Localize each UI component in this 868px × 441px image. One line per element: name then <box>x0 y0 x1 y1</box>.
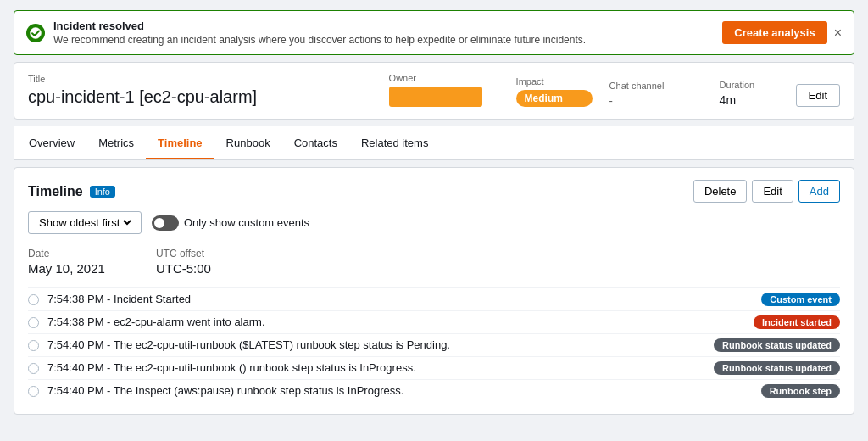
impact-badge: Medium <box>516 90 593 107</box>
owner-bar <box>389 87 482 107</box>
banner-content: Incident resolved We recommend creating … <box>53 20 714 46</box>
duration-label: Duration <box>720 80 779 90</box>
toggle-wrap: Only show custom events <box>152 215 309 231</box>
resolved-icon <box>26 24 45 42</box>
incident-header: Title cpu-incident-1 [ec2-cpu-alarm] Own… <box>28 73 840 107</box>
event-text: 7:54:40 PM - The Inspect (aws:pause) run… <box>47 384 753 397</box>
event-row: 7:54:40 PM - The Inspect (aws:pause) run… <box>28 379 840 402</box>
event-dot <box>28 386 39 397</box>
utc-field: UTC offset UTC-5:00 <box>156 248 211 276</box>
event-dot <box>28 294 39 305</box>
utc-value: UTC-5:00 <box>156 261 211 276</box>
create-analysis-button[interactable]: Create analysis <box>722 21 826 44</box>
event-badge: Runbook status updated <box>714 338 840 352</box>
event-text: 7:54:38 PM - Incident Started <box>47 293 753 305</box>
events-list: 7:54:38 PM - Incident StartedCustom even… <box>28 287 840 402</box>
event-row: 7:54:38 PM - ec2-cpu-alarm went into ala… <box>28 310 840 333</box>
timeline-edit-button[interactable]: Edit <box>752 180 793 203</box>
duration-value: 4m <box>720 93 779 107</box>
tab-related-items[interactable]: Related items <box>349 126 440 159</box>
incident-title: cpu-incident-1 [ec2-cpu-alarm] <box>28 87 372 107</box>
event-row: 7:54:40 PM - The ec2-cpu-util-runbook ($… <box>28 333 840 356</box>
impact-field: Impact Medium <box>516 76 593 107</box>
event-row: 7:54:38 PM - Incident StartedCustom even… <box>28 287 840 310</box>
event-dot <box>28 363 39 374</box>
sort-select-wrap[interactable]: Show oldest first <box>28 211 142 234</box>
timeline-controls: Show oldest first Only show custom event… <box>28 211 840 234</box>
chat-field: Chat channel - <box>609 81 703 107</box>
timeline-actions: Delete Edit Add <box>693 180 840 203</box>
event-badge: Custom event <box>761 293 840 306</box>
event-badge: Incident started <box>754 315 840 329</box>
custom-events-toggle[interactable] <box>152 215 179 231</box>
tab-runbook[interactable]: Runbook <box>214 126 282 159</box>
tab-overview[interactable]: Overview <box>17 126 86 159</box>
event-dot <box>28 340 39 351</box>
date-label: Date <box>28 248 105 260</box>
incident-resolved-banner: Incident resolved We recommend creating … <box>14 10 854 55</box>
banner-description: We recommend creating an incident analys… <box>53 34 714 46</box>
tab-timeline[interactable]: Timeline <box>146 126 214 159</box>
tab-contacts[interactable]: Contacts <box>282 126 349 159</box>
utc-label: UTC offset <box>156 248 211 260</box>
event-row: 7:54:40 PM - The ec2-cpu-util-runbook ()… <box>28 356 840 379</box>
title-label: Title <box>28 74 372 84</box>
owner-label: Owner <box>389 73 499 83</box>
event-text: 7:54:40 PM - The ec2-cpu-util-runbook ()… <box>47 361 705 374</box>
event-text: 7:54:40 PM - The ec2-cpu-util-runbook ($… <box>47 338 705 351</box>
sort-select[interactable]: Show oldest first <box>36 215 134 230</box>
banner-actions: Create analysis × <box>722 21 842 44</box>
date-row: Date May 10, 2021 UTC offset UTC-5:00 <box>28 248 840 276</box>
date-value: May 10, 2021 <box>28 261 105 276</box>
delete-button[interactable]: Delete <box>693 180 748 203</box>
date-field: Date May 10, 2021 <box>28 248 105 276</box>
event-text: 7:54:38 PM - ec2-cpu-alarm went into ala… <box>47 315 745 328</box>
duration-field: Duration 4m <box>720 80 779 107</box>
owner-field: Owner <box>389 73 499 107</box>
add-button[interactable]: Add <box>798 180 840 203</box>
toggle-label: Only show custom events <box>184 216 309 229</box>
timeline-title: Timeline <box>28 184 83 199</box>
tabs-bar: Overview Metrics Timeline Runbook Contac… <box>14 126 854 160</box>
impact-label: Impact <box>516 76 593 87</box>
event-badge: Runbook status updated <box>714 361 840 375</box>
timeline-header: Timeline Info Delete Edit Add <box>28 180 840 203</box>
incident-card: Title cpu-incident-1 [ec2-cpu-alarm] Own… <box>14 62 854 120</box>
timeline-section: Timeline Info Delete Edit Add Show oldes… <box>14 167 854 415</box>
info-badge: Info <box>90 186 115 198</box>
edit-button[interactable]: Edit <box>796 84 840 107</box>
banner-title: Incident resolved <box>53 20 144 32</box>
banner-close-button[interactable]: × <box>834 26 842 40</box>
event-badge: Runbook step <box>761 384 840 398</box>
title-field: Title cpu-incident-1 [ec2-cpu-alarm] <box>28 74 372 107</box>
event-dot <box>28 317 39 328</box>
chat-value: - <box>609 94 703 107</box>
chat-label: Chat channel <box>609 81 703 91</box>
tab-metrics[interactable]: Metrics <box>86 126 146 159</box>
